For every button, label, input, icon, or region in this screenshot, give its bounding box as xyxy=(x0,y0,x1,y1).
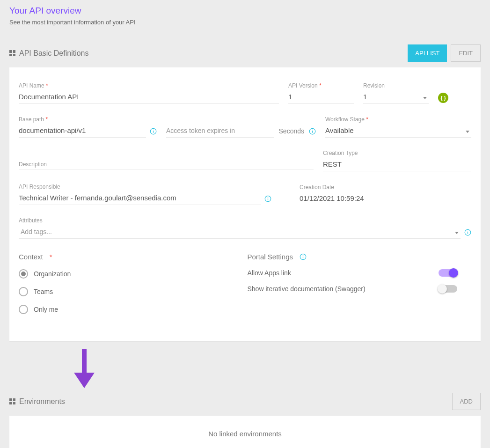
api-name-label: API Name * xyxy=(19,82,279,89)
environments-card: No linked environments xyxy=(9,416,481,448)
chevron-down-icon xyxy=(455,232,459,234)
radio-icon xyxy=(19,305,28,314)
chevron-down-icon xyxy=(466,131,469,133)
radio-icon xyxy=(19,269,28,279)
swagger-docs-label: Show iterative documentation (Swagger) xyxy=(248,285,366,293)
edit-button[interactable]: EDIT xyxy=(451,44,481,62)
svg-point-5 xyxy=(312,130,313,131)
environments-empty-text: No linked environments xyxy=(19,430,471,438)
basic-card: API Name * Documentation API API Version… xyxy=(9,67,481,341)
svg-point-14 xyxy=(303,255,304,256)
api-responsible-value: Technical Writer - fernanda.goulart@sens… xyxy=(19,192,261,205)
basic-section-header: API Basic Definitions API LIST EDIT xyxy=(9,44,481,62)
base-path-label: Base path * xyxy=(19,116,146,123)
context-option-label: Teams xyxy=(34,288,53,295)
api-version-value: 1 xyxy=(288,91,354,104)
api-responsible-label: API Responsible xyxy=(19,184,261,190)
info-icon[interactable] xyxy=(150,128,157,135)
swagger-docs-toggle[interactable] xyxy=(439,285,457,293)
svg-point-11 xyxy=(468,231,468,232)
svg-point-2 xyxy=(153,130,154,131)
creation-type-value: REST xyxy=(323,158,471,171)
basic-section-title: API Basic Definitions xyxy=(19,49,89,58)
info-icon[interactable] xyxy=(464,229,471,236)
environments-section-title: Environments xyxy=(19,397,65,406)
chevron-down-icon xyxy=(423,97,427,99)
api-list-button[interactable]: API LIST xyxy=(408,44,447,62)
revision-select[interactable]: 1 xyxy=(363,91,429,104)
add-environment-button[interactable]: ADD xyxy=(452,393,481,410)
svg-marker-16 xyxy=(74,373,95,388)
seconds-unit-label: Seconds xyxy=(279,127,304,138)
base-path-value: documentation-api/v1 xyxy=(19,125,146,138)
portal-settings-heading: Portal Settings xyxy=(248,253,458,261)
attributes-label: Attributes xyxy=(19,217,461,224)
access-token-input[interactable] xyxy=(166,125,274,138)
info-icon[interactable] xyxy=(300,253,307,260)
radio-icon xyxy=(19,287,28,296)
revision-label: Revision xyxy=(363,82,429,89)
grid-icon xyxy=(9,398,15,404)
api-name-value: Documentation API xyxy=(19,91,279,104)
context-option-label: Only me xyxy=(34,306,58,313)
creation-date-value: 01/12/2021 10:59:24 xyxy=(300,192,471,205)
context-option-label: Organization xyxy=(34,270,71,278)
swagger-icon[interactable]: { } xyxy=(438,93,448,103)
creation-date-label: Creation Date xyxy=(300,184,471,191)
page-subtitle: See the most important information of yo… xyxy=(9,19,481,26)
grid-icon xyxy=(9,50,15,56)
arrow-annotation-icon xyxy=(70,347,481,389)
workflow-stage-select[interactable]: Available xyxy=(325,125,471,138)
allow-apps-label: Allow Apps link xyxy=(248,269,291,277)
context-option-teams[interactable]: Teams xyxy=(19,287,229,296)
environments-section-header: Environments ADD xyxy=(9,393,481,410)
workflow-stage-label: Workflow Stage * xyxy=(325,116,471,123)
context-option-organization[interactable]: Organization xyxy=(19,269,229,279)
info-icon[interactable] xyxy=(309,128,316,135)
info-icon[interactable] xyxy=(264,195,271,202)
svg-point-8 xyxy=(268,197,269,198)
creation-type-label: Creation Type xyxy=(323,150,471,156)
api-version-label: API Version * xyxy=(288,82,354,89)
context-heading: Context * xyxy=(19,253,229,261)
allow-apps-toggle[interactable] xyxy=(439,269,457,277)
description-label: Description xyxy=(19,153,314,169)
context-option-only-me[interactable]: Only me xyxy=(19,305,229,314)
page-title: Your API overview xyxy=(9,6,481,16)
attributes-input[interactable] xyxy=(19,226,461,239)
